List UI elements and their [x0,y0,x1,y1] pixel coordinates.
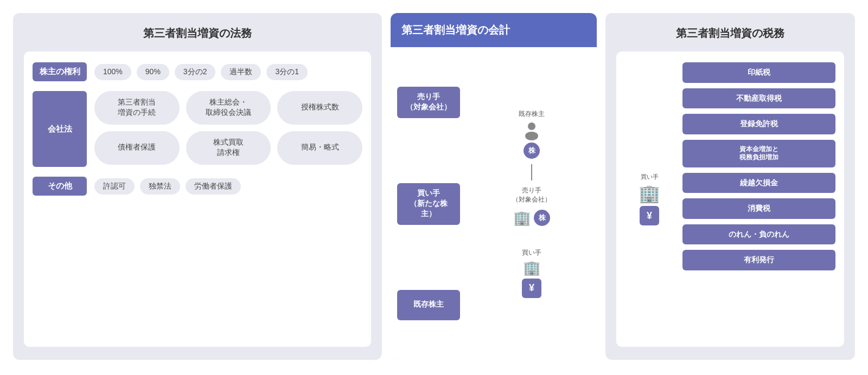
pill-3bun2: 3分の2 [175,64,216,80]
acct-label-seller: 売り手（対象会社） [397,87,460,118]
diagram-existing-label: 既存株主 [519,109,545,119]
building-icon-seller: 🏢 [513,210,531,227]
tax-item-shihon: 資本金増加と税務負担増加 [682,140,835,167]
tax-item-noren: のれん・負のれん [682,224,835,245]
diagram-buyer-label: 買い手 [522,248,541,257]
pill-100: 100% [94,64,131,80]
tax-item-shohi: 消費税 [682,198,835,219]
kaisha-ovals: 第三者割当増資の手続 株主総会・取締役会決議 授権株式数 債権者保護 株式買取請… [94,91,362,165]
yen-badge: ¥ [522,279,541,298]
vertical-line-1 [531,164,532,180]
diagram-existing-shareholder: 既存株主 株 [519,109,545,159]
panel-accounting-title: 第三者割当増資の会計 [391,13,597,47]
oval-kanri: 簡易・略式 [277,131,362,165]
person-icon [522,121,541,140]
main-container: 第三者割当増資の法務 株主の権利 100% 90% 3分の2 過半数 3分の1 … [0,0,868,375]
kabu-badge: 株 [524,143,540,159]
diagram-buyer: 買い手 🏢 ¥ [522,248,541,298]
row-kaisha: 会社法 第三者割当増資の手続 株主総会・取締役会決議 授権株式数 債権者保護 株… [33,91,362,167]
pill-kahansuu: 過半数 [221,64,261,80]
tax-buyer-icon: 買い手 🏢 ¥ [639,173,660,225]
pill-rodosha: 労働者保護 [186,178,241,195]
tax-item-fudosan: 不動産取得税 [682,88,835,109]
pill-3bun1: 3分の1 [266,64,308,80]
oval-saiken: 債権者保護 [94,131,180,165]
row-kabunushi: 株主の権利 100% 90% 3分の2 過半数 3分の1 [33,62,362,81]
diagram-seller-label: 売り手（対象会社） [512,186,551,204]
kabunushi-pills: 100% 90% 3分の2 過半数 3分の1 [94,64,308,80]
panel-accounting: 第三者割当増資の会計 売り手（対象会社） 買い手（新たな株主） 既存株主 既存株… [391,13,597,360]
label-kaisha: 会社法 [33,91,87,167]
accounting-left: 売り手（対象会社） 買い手（新たな株主） 既存株主 [391,47,467,360]
diagram-seller-row: 🏢 株 [513,210,550,227]
tax-yen-badge: ¥ [640,206,659,225]
svg-point-0 [528,122,535,130]
panel-legal: 第三者割当増資の法務 株主の権利 100% 90% 3分の2 過半数 3分の1 … [13,13,382,360]
legal-inner: 株主の権利 100% 90% 3分の2 過半数 3分の1 会社法 第三者割当増資… [24,51,371,347]
tax-building-icon: 🏢 [639,183,660,204]
tax-item-kurikoshi: 繰越欠損金 [682,173,835,193]
panel-legal-title: 第三者割当増資の法務 [143,26,252,41]
tax-left: 買い手 🏢 ¥ [625,62,674,336]
row-sonota: その他 許認可 独禁法 労働者保護 [33,177,362,196]
pill-kyoninka: 許認可 [94,178,135,195]
label-kabunushi: 株主の権利 [33,62,87,81]
building-icon-buyer: 🏢 [523,260,540,276]
panel-tax-title: 第三者割当増資の税務 [676,26,784,41]
pill-dokkin: 独禁法 [140,178,180,195]
oval-sokai: 株主総会・取締役会決議 [186,91,271,125]
kabu-badge-2: 株 [534,210,550,226]
acct-label-buyer: 買い手（新たな株主） [397,183,460,225]
svg-point-1 [525,132,538,140]
label-sonota: その他 [33,177,87,196]
sonota-pills: 許認可 独禁法 労働者保護 [94,178,241,195]
accounting-inner: 売り手（対象会社） 買い手（新たな株主） 既存株主 既存株主 株 売り手（対 [391,47,597,360]
oval-tejun: 第三者割当増資の手続 [94,91,180,125]
pill-90: 90% [137,64,169,80]
tax-item-inshi: 印紙税 [682,62,835,83]
tax-right: 印紙税 不動産取得税 登録免許税 資本金増加と税務負担増加 繰越欠損金 消費税 … [682,62,835,336]
panel-tax: 第三者割当増資の税務 買い手 🏢 ¥ 印紙税 不動産取得税 登録免許税 資本金増… [605,13,855,360]
oval-kaitori: 株式買取請求権 [186,131,271,165]
tax-inner: 買い手 🏢 ¥ 印紙税 不動産取得税 登録免許税 資本金増加と税務負担増加 繰越… [616,51,844,347]
acct-label-existing: 既存株主 [397,290,460,320]
tax-buyer-label: 買い手 [641,173,659,181]
tax-item-yuri: 有利発行 [682,250,835,270]
tax-item-touroku: 登録免許税 [682,114,835,134]
oval-juken: 授権株式数 [277,91,362,125]
accounting-right: 既存株主 株 売り手（対象会社） 🏢 株 [467,47,597,360]
